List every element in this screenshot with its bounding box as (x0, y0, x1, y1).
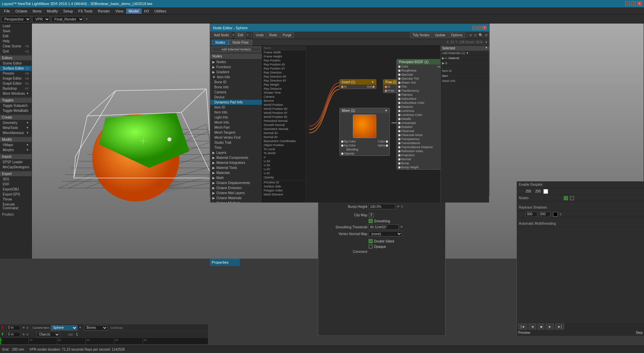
options-btn[interactable]: Options (449, 32, 465, 38)
sidebar-scene-editor[interactable]: Scene Editor (0, 61, 32, 66)
modify-section[interactable]: Modify (0, 137, 32, 142)
prev-btn[interactable]: ◄ (529, 323, 537, 329)
sidebar-epsf-loader[interactable]: EPSF Loader (0, 160, 32, 165)
sidebar-more-windows[interactable]: More Windows▼ (0, 91, 32, 96)
sidebar-dxf[interactable]: DXF (0, 182, 32, 187)
menu-setup[interactable]: Setup (61, 8, 76, 14)
menu-io[interactable]: I/O (142, 8, 152, 14)
sidebar-export-eps[interactable]: Export EPS (0, 192, 32, 197)
opaque-checkbox[interactable] (369, 245, 373, 249)
octane-displacements-item[interactable]: ▶Octane Displacements (210, 180, 262, 185)
menu-utilities[interactable]: Utilities (152, 8, 169, 14)
mesh-info-item[interactable]: Mesh Info (210, 120, 262, 125)
ne-max-btn[interactable]: □ (477, 26, 481, 30)
tab-node-flow[interactable]: Node Flow (229, 40, 252, 45)
materials-item[interactable]: ▶Materials (210, 170, 262, 175)
octane-medium-item[interactable]: ▶Octane Medium (210, 201, 262, 203)
sidebar-vmaps[interactable]: VMaps▼ (0, 142, 32, 147)
nodes-section-item[interactable]: ▶Nodes (210, 59, 262, 64)
light-info-item[interactable]: Light Info (210, 115, 262, 120)
x-eye-icon[interactable]: 👁 (22, 326, 25, 329)
functions-section-item[interactable]: ▶Functions (210, 64, 262, 70)
objects-select[interactable]: Objects (37, 332, 60, 337)
sidebar-3ds[interactable]: 3DS (0, 177, 32, 182)
menu-modify[interactable]: Modify (44, 8, 60, 14)
bone-info-item[interactable]: Bone Info (210, 85, 262, 90)
menu-model[interactable]: Model (126, 8, 142, 14)
layers-section-item[interactable]: ▶Layers (210, 150, 262, 155)
selected-dropdown[interactable]: ▼ (485, 46, 488, 50)
device-item[interactable]: Device (210, 95, 262, 100)
sidebar-help[interactable]: Help (0, 39, 32, 44)
shadow-r-input[interactable] (526, 212, 537, 217)
smoothing-threshold-input[interactable] (369, 224, 399, 230)
mesh-vertex-find-item[interactable]: Mesh Vertex Find (210, 135, 262, 140)
material-components-item[interactable]: ▶Material Components (210, 155, 262, 160)
material-tools-item[interactable]: ▶Material Tools (210, 165, 262, 170)
menu-items[interactable]: Items (30, 8, 44, 14)
y-eye-icon[interactable]: 👁 (22, 333, 25, 336)
undo-btn[interactable]: Undo (254, 32, 266, 38)
bh-eye-icon[interactable]: 👁 (397, 205, 400, 208)
tab-nodes[interactable]: Nodes (212, 40, 229, 45)
st-eye-icon[interactable]: 👁 (400, 225, 403, 229)
sidebar-toggle-subpatch[interactable]: Toggle Subpatch (0, 103, 32, 108)
dynamics-part-info-item[interactable]: Dynamics Part Info (210, 100, 262, 105)
toggles-section[interactable]: Toggles (0, 98, 32, 103)
view-mode-select[interactable]: Perspective (1, 16, 31, 22)
studio-trait-item[interactable]: Studio Trait (210, 140, 262, 145)
invert-node[interactable]: Invert (1) ▼ In Out (339, 79, 376, 89)
double-sided-checkbox[interactable] (369, 239, 373, 243)
maximize-btn[interactable]: □ (631, 1, 636, 6)
bones-select[interactable]: Bones (84, 325, 108, 330)
export-section[interactable]: Export (0, 171, 32, 177)
sidebar-exportobj[interactable]: ExportOBJ (0, 187, 32, 192)
ne-min-btn[interactable]: — (472, 26, 476, 30)
tidy-nodes-btn[interactable]: Tidy Nodes (410, 32, 432, 38)
menu-fxtools[interactable]: FX Tools (75, 8, 95, 14)
smoothing-checkbox[interactable] (369, 219, 373, 223)
sidebar-load[interactable]: Load (0, 24, 32, 29)
update-btn[interactable]: Update (432, 32, 448, 38)
menu-render[interactable]: Render (95, 8, 113, 14)
preview-btn[interactable]: ■ (538, 323, 544, 329)
vertex-normal-select[interactable]: (none) (369, 231, 402, 236)
sidebar-execute-command[interactable]: Execute Command (0, 202, 32, 211)
sidebar-presets[interactable]: PresetsF8 (0, 71, 32, 76)
edit-btn[interactable]: Edit (235, 32, 246, 38)
sidebar-quit[interactable]: Quit+Q (0, 49, 32, 54)
sidebar-clear-scene[interactable]: Clear Scene+N (0, 44, 32, 49)
sidebar-miscellaneous[interactable]: Miscellaneous▼ (0, 130, 32, 135)
mesh-part-item[interactable]: Mesh Part (210, 125, 262, 130)
y-e-btn[interactable]: E (26, 333, 29, 336)
octane-materials-item[interactable]: ▶Octane Materials (210, 195, 262, 201)
gradient-section-item[interactable]: ▶Gradient (210, 70, 262, 75)
shadow-g-input[interactable] (539, 212, 550, 217)
bump-height-input[interactable] (369, 204, 395, 209)
sidebar-toggle-metaballs[interactable]: Toggle MetaBalls (0, 108, 32, 113)
ne-close-btn[interactable]: ✕ (482, 26, 486, 30)
sidebar-geometry[interactable]: Geometry▼ (0, 120, 32, 125)
menu-octane[interactable]: Octane (13, 8, 30, 14)
purge-btn[interactable]: Purge (280, 32, 294, 38)
redo-btn[interactable]: Redo (267, 32, 279, 38)
sidebar-graph-editor[interactable]: Graph EditorF2 (0, 81, 32, 86)
create-section[interactable]: Create (0, 115, 32, 120)
next-next-btn[interactable]: ►| (555, 323, 564, 329)
math-item[interactable]: ▶Math (210, 175, 262, 180)
mesh-tangent-item[interactable]: Mesh Tangent (210, 130, 262, 135)
mixer-node[interactable]: Mixer (1) ▼ Bg Color Color Fg Color Alph… (339, 108, 390, 156)
time-item[interactable]: Time (210, 145, 262, 150)
add-node-btn[interactable]: Add Node (212, 32, 231, 38)
sidebar-morphs[interactable]: Morphs▼ (0, 147, 32, 152)
next-btn[interactable]: ► (546, 323, 554, 329)
material-integrators-item[interactable]: ▶Material Integrators (210, 160, 262, 165)
bh-e-btn[interactable]: E (401, 205, 403, 208)
current-item-select[interactable]: Sphere (51, 325, 77, 330)
shadow-e-btn[interactable]: E (560, 213, 562, 216)
x-e-btn[interactable]: E (26, 326, 29, 329)
sidebar-save[interactable]: Save (0, 29, 32, 34)
color-swatch[interactable] (543, 189, 548, 194)
sidebar-metatools[interactable]: MetaTools▼ (0, 125, 32, 130)
octane-mat-layers-item[interactable]: ▶Octane Mat Layers (210, 190, 262, 195)
